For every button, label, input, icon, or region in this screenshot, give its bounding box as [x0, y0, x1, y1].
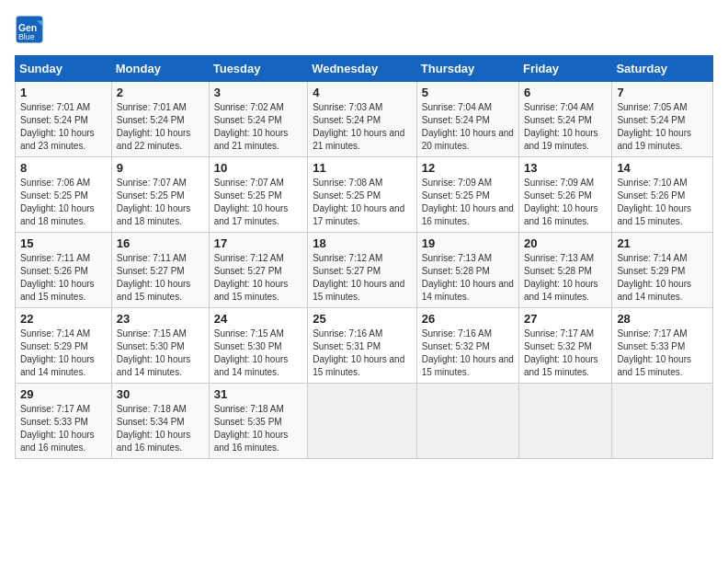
calendar-cell: 31 Sunrise: 7:18 AMSunset: 5:35 PMDaylig…: [209, 384, 307, 459]
page-header: Gen Blue: [15, 15, 713, 44]
day-number: 18: [313, 236, 412, 250]
calendar-week-4: 22 Sunrise: 7:14 AMSunset: 5:29 PMDaylig…: [16, 308, 713, 384]
day-info: Sunrise: 7:18 AMSunset: 5:34 PMDaylight:…: [117, 403, 204, 454]
day-info: Sunrise: 7:13 AMSunset: 5:28 PMDaylight:…: [524, 252, 607, 304]
calendar-cell: 18 Sunrise: 7:12 AMSunset: 5:27 PMDaylig…: [308, 233, 417, 308]
day-info: Sunrise: 7:15 AMSunset: 5:30 PMDaylight:…: [214, 327, 302, 379]
calendar-cell: 10 Sunrise: 7:07 AMSunset: 5:25 PMDaylig…: [209, 157, 307, 233]
day-number: 15: [20, 236, 107, 250]
calendar-cell: 5 Sunrise: 7:04 AMSunset: 5:24 PMDayligh…: [416, 82, 518, 157]
day-info: Sunrise: 7:09 AMSunset: 5:25 PMDaylight:…: [422, 177, 514, 228]
calendar-cell: 7 Sunrise: 7:05 AMSunset: 5:24 PMDayligh…: [612, 82, 713, 157]
day-info: Sunrise: 7:11 AMSunset: 5:26 PMDaylight:…: [20, 252, 107, 304]
day-number: 11: [313, 161, 412, 175]
day-number: 29: [20, 387, 107, 401]
day-info: Sunrise: 7:06 AMSunset: 5:25 PMDaylight:…: [20, 177, 107, 228]
day-number: 13: [524, 161, 607, 175]
day-info: Sunrise: 7:08 AMSunset: 5:25 PMDaylight:…: [313, 177, 412, 228]
calendar-cell: [308, 384, 417, 459]
calendar-cell: 27 Sunrise: 7:17 AMSunset: 5:32 PMDaylig…: [518, 308, 611, 384]
calendar-cell: 17 Sunrise: 7:12 AMSunset: 5:27 PMDaylig…: [209, 233, 307, 308]
day-info: Sunrise: 7:04 AMSunset: 5:24 PMDaylight:…: [524, 101, 607, 153]
day-header-wednesday: Wednesday: [308, 56, 417, 82]
calendar-body: 1 Sunrise: 7:01 AMSunset: 5:24 PMDayligh…: [16, 82, 713, 459]
calendar-cell: [612, 384, 713, 459]
day-number: 21: [617, 236, 708, 250]
day-info: Sunrise: 7:07 AMSunset: 5:25 PMDaylight:…: [214, 177, 302, 228]
calendar-cell: 22 Sunrise: 7:14 AMSunset: 5:29 PMDaylig…: [16, 308, 112, 384]
day-number: 10: [214, 161, 302, 175]
calendar-cell: 25 Sunrise: 7:16 AMSunset: 5:31 PMDaylig…: [308, 308, 417, 384]
calendar-cell: 28 Sunrise: 7:17 AMSunset: 5:33 PMDaylig…: [612, 308, 713, 384]
calendar-week-3: 15 Sunrise: 7:11 AMSunset: 5:26 PMDaylig…: [16, 233, 713, 308]
day-info: Sunrise: 7:15 AMSunset: 5:30 PMDaylight:…: [117, 327, 204, 379]
calendar-week-2: 8 Sunrise: 7:06 AMSunset: 5:25 PMDayligh…: [16, 157, 713, 233]
day-info: Sunrise: 7:16 AMSunset: 5:31 PMDaylight:…: [313, 327, 412, 379]
day-header-saturday: Saturday: [612, 56, 713, 82]
day-info: Sunrise: 7:01 AMSunset: 5:24 PMDaylight:…: [117, 101, 204, 153]
day-header-thursday: Thursday: [416, 56, 518, 82]
day-number: 19: [422, 236, 514, 250]
day-number: 22: [20, 312, 107, 326]
calendar-cell: 21 Sunrise: 7:14 AMSunset: 5:29 PMDaylig…: [612, 233, 713, 308]
day-number: 16: [117, 236, 204, 250]
day-info: Sunrise: 7:02 AMSunset: 5:24 PMDaylight:…: [214, 101, 302, 153]
day-number: 27: [524, 312, 607, 326]
day-number: 4: [313, 86, 412, 99]
day-info: Sunrise: 7:03 AMSunset: 5:24 PMDaylight:…: [313, 101, 412, 153]
logo: Gen Blue: [15, 15, 48, 44]
day-header-monday: Monday: [111, 56, 209, 82]
day-info: Sunrise: 7:12 AMSunset: 5:27 PMDaylight:…: [214, 252, 302, 304]
day-number: 2: [117, 86, 204, 99]
calendar-cell: 12 Sunrise: 7:09 AMSunset: 5:25 PMDaylig…: [416, 157, 518, 233]
day-info: Sunrise: 7:12 AMSunset: 5:27 PMDaylight:…: [313, 252, 412, 304]
calendar-cell: 3 Sunrise: 7:02 AMSunset: 5:24 PMDayligh…: [209, 82, 307, 157]
svg-text:Gen: Gen: [18, 23, 37, 33]
day-number: 26: [422, 312, 514, 326]
calendar-cell: 11 Sunrise: 7:08 AMSunset: 5:25 PMDaylig…: [308, 157, 417, 233]
calendar-header-row: SundayMondayTuesdayWednesdayThursdayFrid…: [16, 56, 713, 82]
day-info: Sunrise: 7:14 AMSunset: 5:29 PMDaylight:…: [617, 252, 708, 304]
calendar-cell: 24 Sunrise: 7:15 AMSunset: 5:30 PMDaylig…: [209, 308, 307, 384]
calendar-cell: 23 Sunrise: 7:15 AMSunset: 5:30 PMDaylig…: [111, 308, 209, 384]
calendar-table: SundayMondayTuesdayWednesdayThursdayFrid…: [15, 55, 713, 459]
day-info: Sunrise: 7:04 AMSunset: 5:24 PMDaylight:…: [422, 101, 514, 153]
day-info: Sunrise: 7:18 AMSunset: 5:35 PMDaylight:…: [214, 403, 302, 454]
calendar-cell: 30 Sunrise: 7:18 AMSunset: 5:34 PMDaylig…: [111, 384, 209, 459]
day-number: 24: [214, 312, 302, 326]
day-info: Sunrise: 7:11 AMSunset: 5:27 PMDaylight:…: [117, 252, 204, 304]
calendar-cell: 20 Sunrise: 7:13 AMSunset: 5:28 PMDaylig…: [518, 233, 611, 308]
day-info: Sunrise: 7:14 AMSunset: 5:29 PMDaylight:…: [20, 327, 107, 379]
day-info: Sunrise: 7:09 AMSunset: 5:26 PMDaylight:…: [524, 177, 607, 228]
day-number: 6: [524, 86, 607, 99]
calendar-cell: 13 Sunrise: 7:09 AMSunset: 5:26 PMDaylig…: [518, 157, 611, 233]
day-header-sunday: Sunday: [16, 56, 112, 82]
day-info: Sunrise: 7:17 AMSunset: 5:32 PMDaylight:…: [524, 327, 607, 379]
day-number: 17: [214, 236, 302, 250]
day-number: 1: [20, 86, 107, 99]
day-number: 8: [20, 161, 107, 175]
day-header-tuesday: Tuesday: [209, 56, 307, 82]
calendar-week-1: 1 Sunrise: 7:01 AMSunset: 5:24 PMDayligh…: [16, 82, 713, 157]
day-number: 14: [617, 161, 708, 175]
day-header-friday: Friday: [518, 56, 611, 82]
calendar-cell: [416, 384, 518, 459]
day-number: 28: [617, 312, 708, 326]
day-number: 31: [214, 387, 302, 401]
day-info: Sunrise: 7:07 AMSunset: 5:25 PMDaylight:…: [117, 177, 204, 228]
day-number: 20: [524, 236, 607, 250]
svg-text:Blue: Blue: [18, 32, 35, 41]
calendar-cell: 8 Sunrise: 7:06 AMSunset: 5:25 PMDayligh…: [16, 157, 112, 233]
logo-icon: Gen Blue: [15, 15, 44, 44]
day-number: 30: [117, 387, 204, 401]
day-info: Sunrise: 7:05 AMSunset: 5:24 PMDaylight:…: [617, 101, 708, 153]
day-info: Sunrise: 7:01 AMSunset: 5:24 PMDaylight:…: [20, 101, 107, 153]
day-number: 7: [617, 86, 708, 99]
day-info: Sunrise: 7:13 AMSunset: 5:28 PMDaylight:…: [422, 252, 514, 304]
calendar-cell: 2 Sunrise: 7:01 AMSunset: 5:24 PMDayligh…: [111, 82, 209, 157]
day-number: 23: [117, 312, 204, 326]
calendar-cell: 9 Sunrise: 7:07 AMSunset: 5:25 PMDayligh…: [111, 157, 209, 233]
day-info: Sunrise: 7:16 AMSunset: 5:32 PMDaylight:…: [422, 327, 514, 379]
day-info: Sunrise: 7:17 AMSunset: 5:33 PMDaylight:…: [617, 327, 708, 379]
day-number: 3: [214, 86, 302, 99]
